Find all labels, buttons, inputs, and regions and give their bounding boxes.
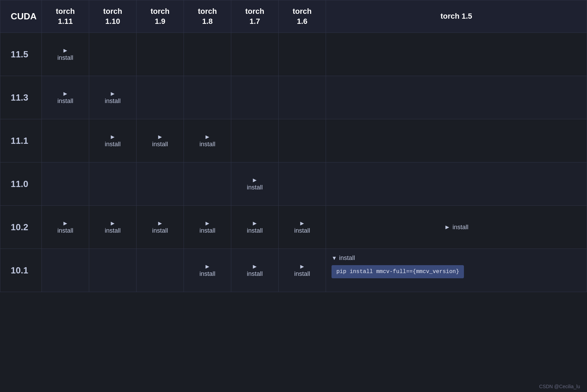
install-cell <box>137 162 184 206</box>
install-cell[interactable]: ►install <box>89 76 137 119</box>
install-button[interactable]: ►install <box>57 47 73 62</box>
install-button[interactable]: ►install <box>247 263 263 278</box>
install-label: install <box>294 270 310 278</box>
install-button[interactable]: ►install <box>152 134 168 148</box>
install-cell[interactable]: ►install <box>184 206 231 249</box>
install-cell[interactable]: ►install <box>137 206 184 249</box>
install-cell <box>137 249 184 292</box>
table-row: 11.3►install►install <box>0 76 587 119</box>
play-icon: ► <box>252 177 258 183</box>
install-cell <box>279 33 326 76</box>
install-cell[interactable]: ►install <box>184 249 231 292</box>
install-cell <box>42 249 89 292</box>
pip-install-command: pip install mmcv-full=={mmcv_version} <box>332 265 464 278</box>
install-button[interactable]: ►install <box>105 220 121 234</box>
play-icon: ► <box>299 263 305 270</box>
col-header-torch15: torch 1.5 <box>326 0 587 33</box>
footer: CSDN @Cecilia_lu <box>0 381 587 392</box>
install-cell[interactable]: ►install <box>137 119 184 162</box>
play-icon: ► <box>62 47 68 54</box>
install-label: install <box>294 227 310 234</box>
play-icon: ► <box>204 220 211 226</box>
install-button[interactable]: ►install <box>199 220 215 234</box>
install-button[interactable]: ►install <box>294 220 310 234</box>
play-icon: ► <box>157 134 163 140</box>
install-cell[interactable]: ►install <box>184 119 231 162</box>
install-cell[interactable]: ►install <box>89 206 137 249</box>
play-icon: ► <box>204 263 211 270</box>
play-icon: ► <box>157 220 163 226</box>
install-label: install <box>57 54 73 62</box>
col-header-torch16: torch1.6 <box>279 0 326 33</box>
install-label: install <box>453 224 468 231</box>
install-cell <box>279 162 326 206</box>
install-button[interactable]: ►install <box>199 263 215 278</box>
install-cell[interactable]: ►install <box>42 76 89 119</box>
install-button[interactable]: ►install <box>199 134 215 148</box>
install-button[interactable]: ►install <box>247 177 263 191</box>
install-label: install <box>57 97 73 105</box>
cuda-version-cell: 11.3 <box>0 76 42 119</box>
install-label: install <box>152 141 168 148</box>
install-cell[interactable]: ►install <box>42 33 89 76</box>
install-cell <box>184 162 231 206</box>
install-cell <box>184 76 231 119</box>
install-cell <box>137 33 184 76</box>
install-cell <box>326 119 587 162</box>
install-label: install <box>105 227 121 234</box>
expanded-install-label: install <box>339 254 355 262</box>
install-cell[interactable]: ►install <box>326 206 587 249</box>
col-header-torch110: torch1.10 <box>89 0 137 33</box>
install-cell[interactable]: ▼installpip install mmcv-full=={mmcv_ver… <box>326 249 587 292</box>
expanded-install-header[interactable]: ▼install <box>332 254 581 262</box>
install-cell <box>89 162 137 206</box>
install-cell[interactable]: ►install <box>231 249 279 292</box>
install-cell <box>326 76 587 119</box>
install-label: install <box>247 270 263 278</box>
install-label: install <box>105 141 121 148</box>
install-button[interactable]: ►install <box>57 220 73 234</box>
install-cell[interactable]: ►install <box>89 119 137 162</box>
play-icon: ► <box>444 224 450 230</box>
install-cell <box>231 76 279 119</box>
table-row: 11.0►install <box>0 162 587 206</box>
install-button[interactable]: ►install <box>105 91 121 105</box>
play-icon: ► <box>62 91 68 97</box>
col-header-cuda: CUDA <box>0 0 42 33</box>
install-button[interactable]: ►install <box>444 224 468 231</box>
install-cell <box>326 162 587 206</box>
table-row: 10.1►install►install►install▼installpip … <box>0 249 587 292</box>
install-button[interactable]: ►install <box>247 220 263 234</box>
install-cell <box>89 33 137 76</box>
install-label: install <box>199 141 215 148</box>
table-row: 10.2►install►install►install►install►ins… <box>0 206 587 249</box>
install-cell <box>42 162 89 206</box>
play-icon: ► <box>252 263 258 270</box>
install-cell[interactable]: ►install <box>279 206 326 249</box>
install-cell <box>231 119 279 162</box>
play-icon: ► <box>252 220 258 226</box>
play-icon: ► <box>110 220 116 226</box>
install-cell <box>42 119 89 162</box>
install-cell <box>279 119 326 162</box>
footer-text: CSDN @Cecilia_lu <box>539 384 580 389</box>
compatibility-table: CUDAtorch1.11torch1.10torch1.9torch1.8to… <box>0 0 587 381</box>
play-icon: ► <box>299 220 305 226</box>
install-label: install <box>247 184 263 191</box>
install-button[interactable]: ►install <box>294 263 310 278</box>
install-cell <box>184 33 231 76</box>
install-cell[interactable]: ►install <box>231 206 279 249</box>
install-cell[interactable]: ►install <box>231 162 279 206</box>
install-cell <box>231 33 279 76</box>
install-cell[interactable]: ►install <box>279 249 326 292</box>
install-cell <box>279 76 326 119</box>
install-button[interactable]: ►install <box>152 220 168 234</box>
table-row: 11.5►install <box>0 33 587 76</box>
play-icon: ► <box>110 134 116 140</box>
install-button[interactable]: ►install <box>57 91 73 105</box>
install-cell[interactable]: ►install <box>42 206 89 249</box>
install-label: install <box>199 227 215 234</box>
install-label: install <box>152 227 168 234</box>
col-header-torch111: torch1.11 <box>42 0 89 33</box>
install-button[interactable]: ►install <box>105 134 121 148</box>
